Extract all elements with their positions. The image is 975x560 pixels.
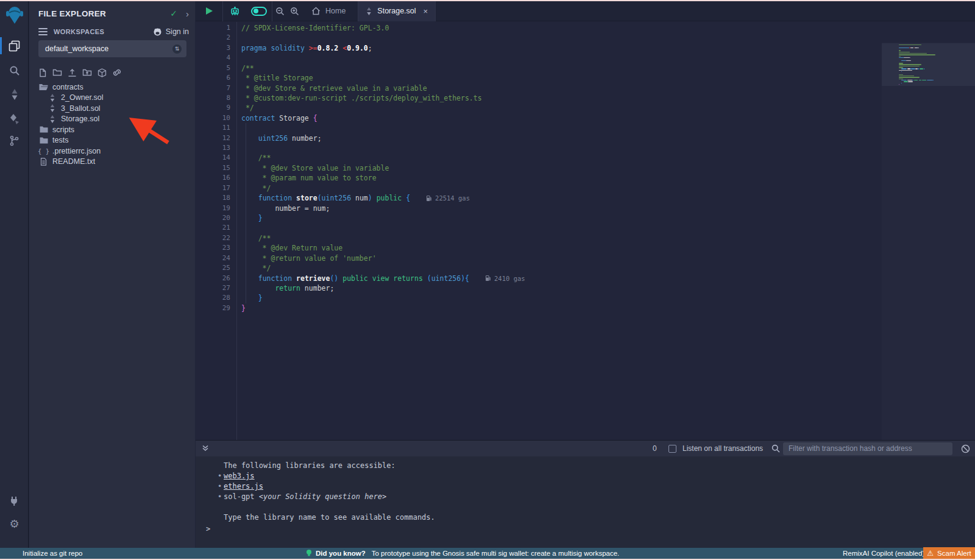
code-line-2: 2 xyxy=(196,33,882,43)
code-line-6: 6 * @title Storage xyxy=(196,73,882,83)
scam-alert-label: Scam Alert xyxy=(937,550,971,557)
line-number: 29 xyxy=(196,303,230,313)
folder-open-icon xyxy=(39,83,48,91)
check-icon: ✓ xyxy=(170,9,177,18)
tree-item-storage-sol[interactable]: Storage.sol xyxy=(29,114,195,125)
library-link[interactable]: web3.js xyxy=(224,472,255,480)
chevron-right-icon[interactable]: › xyxy=(186,9,189,19)
tree-item-contracts[interactable]: contracts xyxy=(29,82,195,93)
tree-item-label: scripts xyxy=(52,126,74,134)
code-text: // SPDX-License-Identifier: GPL-3.0 xyxy=(241,23,389,33)
minimap-line xyxy=(899,84,899,85)
tree-item-2-owner-sol[interactable]: 2_Owner.sol xyxy=(29,93,195,104)
line-number: 3 xyxy=(196,43,230,53)
code-text: number = num; xyxy=(241,204,330,213)
code-line-16: 16 * @param num value to store xyxy=(196,173,882,183)
transaction-filter-input[interactable] xyxy=(783,442,952,455)
tab-storage-sol[interactable]: Storage.sol × xyxy=(358,1,436,21)
sidebar-item-search[interactable] xyxy=(0,60,29,81)
solidity-icon xyxy=(48,115,57,123)
ipfs-box-icon[interactable] xyxy=(98,67,107,78)
line-number: 16 xyxy=(196,173,230,183)
minimap[interactable] xyxy=(882,43,975,441)
line-number: 24 xyxy=(196,253,230,263)
minimap-line xyxy=(899,60,911,61)
code-line-22: 22 /** xyxy=(196,233,882,243)
line-number: 11 xyxy=(196,123,230,133)
code-line-25: 25 */ xyxy=(196,263,882,273)
tree-item-tests[interactable]: tests xyxy=(29,135,195,146)
minimap-line xyxy=(899,54,935,55)
solidity-icon xyxy=(48,104,57,112)
code-line-26: 26 function retrieve() public view retur… xyxy=(196,274,882,283)
code-text: */ xyxy=(241,103,254,113)
minimap-line xyxy=(899,56,901,57)
screenshot-top-border xyxy=(0,0,975,1)
scam-alert-button[interactable]: ⚠ Scam Alert xyxy=(923,547,975,559)
gear-icon: ⚙ xyxy=(9,519,19,530)
minimap-line xyxy=(899,81,913,82)
transaction-count: 0 xyxy=(653,444,657,453)
sidebar-item-solidity-compiler[interactable] xyxy=(0,84,29,105)
ai-assistant-button[interactable] xyxy=(223,1,246,21)
line-number: 8 xyxy=(196,93,230,103)
tree-item-label: contracts xyxy=(52,83,83,91)
zoom-out-icon[interactable] xyxy=(272,1,287,21)
tab-home[interactable]: Home xyxy=(302,1,358,21)
tree-item-scripts[interactable]: scripts xyxy=(29,124,195,135)
sign-in-label: Sign in xyxy=(166,27,189,36)
git-init-button[interactable]: Initialize as git repo xyxy=(23,548,82,559)
terminal-toolbar: 0 Listen on all transactions xyxy=(196,440,975,456)
run-script-button[interactable] xyxy=(196,1,222,21)
code-line-21: 21 xyxy=(196,223,882,233)
workspace-sort-icon[interactable]: ⇅ xyxy=(172,44,182,54)
sidebar-item-file-explorer[interactable] xyxy=(0,35,29,56)
status-bar: Initialize as git repo Did you know? To … xyxy=(0,548,975,559)
tree-item-label: README.txt xyxy=(52,157,95,166)
line-number: 12 xyxy=(196,133,230,143)
sidebar-item-deploy-run[interactable] xyxy=(0,108,29,129)
copilot-toggle[interactable] xyxy=(246,1,272,21)
remix-logo-icon[interactable] xyxy=(0,2,29,27)
sidebar-item-plugin-manager[interactable] xyxy=(0,490,29,511)
search-icon[interactable] xyxy=(771,444,780,453)
code-line-1: 1// SPDX-License-Identifier: GPL-3.0 xyxy=(196,23,882,33)
library-link[interactable]: ethers.js xyxy=(224,482,263,491)
tree-item-3-ballot-sol[interactable]: 3_Ballot.sol xyxy=(29,103,195,114)
code-text: /** xyxy=(241,63,254,73)
code-editor[interactable]: 1// SPDX-License-Identifier: GPL-3.023pr… xyxy=(196,22,975,441)
tree-item-label: 2_Owner.sol xyxy=(61,93,103,102)
line-number: 4 xyxy=(196,53,230,63)
settings-gear-icon[interactable]: ⚙ xyxy=(0,514,29,534)
terminal-panel[interactable]: The following libraries are accessible:•… xyxy=(196,456,975,548)
icon-rail: ⚙ xyxy=(0,0,29,548)
upload-folder-icon[interactable] xyxy=(82,67,92,78)
sidebar-item-git[interactable] xyxy=(0,130,29,151)
new-folder-icon[interactable] xyxy=(52,67,62,78)
link-icon[interactable] xyxy=(112,67,122,78)
new-file-icon[interactable] xyxy=(38,67,47,78)
workspace-name: default_workspace xyxy=(45,44,172,53)
terminal-prompt[interactable]: > xyxy=(206,525,210,533)
tree-item-label: .prettierrc.json xyxy=(52,147,101,155)
toggle-icon xyxy=(251,7,267,16)
tree-item-readme-txt[interactable]: README.txt xyxy=(29,157,195,168)
sign-in-button[interactable]: Sign in xyxy=(153,27,189,36)
line-number: 21 xyxy=(196,223,230,233)
zoom-in-icon[interactable] xyxy=(287,1,302,21)
close-icon[interactable]: × xyxy=(424,7,428,16)
terminal-collapse-icon[interactable] xyxy=(202,443,209,454)
clear-console-icon[interactable] xyxy=(961,444,970,453)
copilot-status[interactable]: RemixAI Copilot (enabled) xyxy=(843,548,924,559)
minimap-line xyxy=(899,50,901,51)
listen-checkbox[interactable] xyxy=(668,445,676,453)
hint-bold: Did you know? xyxy=(316,550,366,557)
workspace-select[interactable]: default_workspace ⇅ xyxy=(38,40,186,57)
code-line-11: 11 xyxy=(196,123,882,133)
code-line-8: 8 * @custom:dev-run-script ./scripts/dep… xyxy=(196,93,882,103)
code-text: function store(uint256 num) public { xyxy=(241,193,410,203)
code-line-28: 28 } xyxy=(196,293,882,303)
upload-file-icon[interactable] xyxy=(68,67,77,78)
workspaces-menu-icon[interactable] xyxy=(38,28,48,35)
tree-item--prettierrc-json[interactable]: { }.prettierrc.json xyxy=(29,146,195,157)
